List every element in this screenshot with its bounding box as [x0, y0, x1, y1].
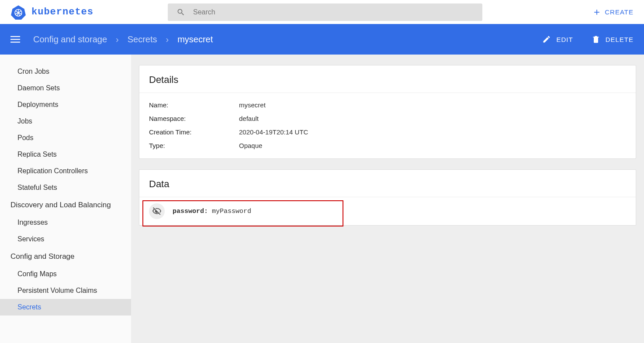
chevron-right-icon: ›	[166, 34, 169, 45]
sidebar-group-discovery[interactable]: Discovery and Load Balancing	[0, 196, 131, 214]
svg-point-9	[17, 12, 19, 14]
data-key: password:	[173, 208, 208, 215]
sidebar-item-replication-controllers[interactable]: Replication Controllers	[0, 163, 131, 179]
detail-key: Namespace:	[149, 115, 239, 122]
trash-icon	[592, 35, 600, 44]
breadcrumb-leaf: mysecret	[177, 34, 213, 45]
toggle-visibility-button[interactable]	[149, 203, 165, 219]
detail-key: Creation Time:	[149, 128, 239, 136]
sidebar-item-daemon-sets[interactable]: Daemon Sets	[0, 80, 131, 96]
sidebar-group-config[interactable]: Config and Storage	[0, 247, 131, 266]
brand-text: kubernetes	[31, 7, 93, 17]
detail-value: Opaque	[239, 142, 262, 149]
detail-value: mysecret	[239, 101, 266, 109]
create-button[interactable]: CREATE	[592, 8, 634, 17]
data-value: myPassword	[212, 208, 251, 215]
detail-value: default	[239, 115, 259, 122]
sidebar: Cron JobsDaemon SetsDeploymentsJobsPodsR…	[0, 55, 131, 343]
detail-row: Namespace:default	[149, 112, 626, 125]
eye-off-icon	[152, 206, 162, 216]
sidebar-item-secrets[interactable]: Secrets	[0, 299, 131, 316]
breadcrumb-mid[interactable]: Secrets	[128, 34, 157, 45]
kubernetes-icon	[10, 4, 26, 20]
svg-rect-13	[10, 39, 20, 40]
details-card: Details Name:mysecretNamespace:defaultCr…	[139, 65, 636, 159]
edit-button[interactable]: EDIT	[542, 35, 573, 44]
detail-row: Creation Time:2020-04-19T20:14 UTC	[149, 125, 626, 139]
sidebar-item-ingresses[interactable]: Ingresses	[0, 214, 131, 231]
breadcrumb-root[interactable]: Config and storage	[33, 34, 107, 45]
detail-row: Type:Opaque	[149, 139, 626, 152]
detail-key: Type:	[149, 142, 239, 149]
data-card: Data password: myPassword	[139, 169, 636, 226]
sidebar-item-services[interactable]: Services	[0, 231, 131, 247]
details-title: Details	[139, 65, 636, 93]
sidebar-item-stateful-sets[interactable]: Stateful Sets	[0, 179, 131, 196]
breadcrumb: Config and storage › Secrets › mysecret	[33, 34, 213, 45]
search-box[interactable]	[168, 3, 482, 21]
search-input[interactable]	[193, 8, 474, 16]
detail-value: 2020-04-19T20:14 UTC	[239, 128, 308, 136]
svg-rect-14	[10, 42, 20, 43]
sidebar-item-cron-jobs[interactable]: Cron Jobs	[0, 63, 131, 80]
sidebar-item-jobs[interactable]: Jobs	[0, 113, 131, 130]
pencil-icon	[542, 35, 551, 44]
data-entry: password: myPassword	[139, 197, 636, 225]
brand-logo[interactable]: kubernetes	[10, 4, 93, 20]
detail-row: Name:mysecret	[149, 98, 626, 112]
svg-rect-12	[10, 36, 20, 37]
detail-key: Name:	[149, 101, 239, 109]
menu-icon[interactable]	[10, 34, 20, 44]
sidebar-item-deployments[interactable]: Deployments	[0, 96, 131, 113]
sidebar-item-config-maps[interactable]: Config Maps	[0, 266, 131, 282]
plus-icon	[592, 8, 601, 17]
sidebar-item-pods[interactable]: Pods	[0, 130, 131, 146]
search-icon	[177, 8, 185, 17]
delete-button[interactable]: DELETE	[592, 35, 634, 44]
data-title: Data	[139, 170, 636, 197]
sidebar-item-replica-sets[interactable]: Replica Sets	[0, 146, 131, 163]
chevron-right-icon: ›	[116, 34, 119, 45]
sidebar-item-persistent-volume-claims[interactable]: Persistent Volume Claims	[0, 282, 131, 299]
